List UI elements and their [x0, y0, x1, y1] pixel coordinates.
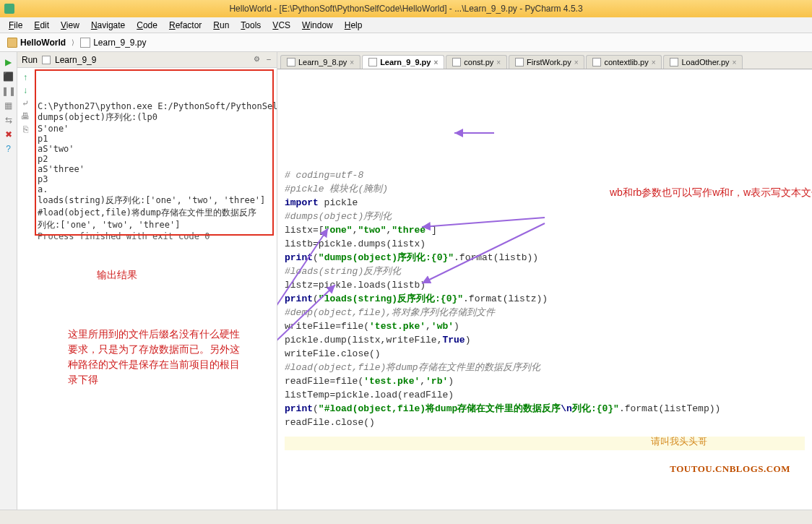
tab-const-py[interactable]: const.py ×: [446, 55, 507, 69]
output-line: p3: [38, 174, 272, 184]
output-line: Process finished with exit code 0: [38, 231, 272, 241]
close-icon[interactable]: ×: [574, 59, 579, 66]
code-line: listTemp=pickle.load(readFile): [285, 388, 805, 402]
tab-label: Learn_9_9.py: [380, 58, 431, 66]
code-line: readFile=file('test.pke','rb'): [285, 374, 805, 388]
breadcrumb-project-label: HelloWorld: [20, 38, 66, 48]
close-icon[interactable]: ×: [496, 59, 501, 66]
menu-help[interactable]: Help: [339, 19, 368, 32]
breadcrumb-file-label: Learn_9_9.py: [93, 38, 146, 48]
print-icon[interactable]: 🖶: [21, 111, 30, 121]
up-icon[interactable]: ↑: [23, 72, 27, 82]
tab-label: LoadOther.py: [681, 58, 729, 66]
minimize-icon[interactable]: –: [264, 55, 274, 65]
run-icon[interactable]: ▶: [3, 56, 14, 68]
tab-label: Learn_9_8.py: [298, 58, 347, 66]
code-line: #dumps(object)序列化: [285, 210, 805, 223]
main-area: ▶ ⬛ ❚❚ ▦ ⇆ ✖ ? Run Learn_9_9 ⚙ – ↑ ↓ ⤶ 🖶…: [0, 52, 812, 510]
output-line: p1: [38, 134, 272, 144]
close-icon[interactable]: ×: [433, 59, 438, 66]
output-line: 列化:['one', 'two', 'three']: [38, 219, 272, 231]
run-output[interactable]: C:\Python27\python.exe E:/PythonSoft/Pyt…: [33, 68, 277, 510]
python-file-icon: [287, 58, 295, 66]
breadcrumb-file[interactable]: Learn_9_9.py: [77, 36, 149, 49]
down-icon[interactable]: ↓: [23, 85, 27, 95]
menu-code[interactable]: Code: [131, 19, 163, 32]
app-icon: [4, 4, 14, 14]
menu-refactor[interactable]: Refactor: [163, 19, 207, 32]
debug-icon[interactable]: ⬛: [3, 71, 14, 82]
output-line: loads(string)反序列化:['one', 'two', 'three'…: [38, 194, 272, 207]
run-config-name: Learn_9_9: [55, 55, 96, 65]
run-header: Run Learn_9_9 ⚙ –: [17, 52, 277, 68]
run-header-actions: ⚙ –: [251, 55, 277, 65]
tab-FirstWork-py[interactable]: FirstWork.py ×: [509, 55, 584, 69]
code-line: writeFile=file('test.pke','wb'): [285, 319, 805, 333]
annotation-file-note: 这里所用到的文件后缀名没有什么硬性要求，只是为了存放数据而已。另外这种路径的文件…: [68, 327, 249, 387]
code-line: print("loads(string)反序列化:{0}".format(lis…: [285, 292, 805, 306]
tab-Learn_9_8-py[interactable]: Learn_9_8.py ×: [280, 55, 360, 69]
menu-bar: FileEditViewNavigateCodeRefactorRunTools…: [0, 17, 812, 33]
output-line: #load(object,file)将dump存储在文件里的数据反序: [38, 207, 272, 219]
close-icon[interactable]: ×: [733, 59, 737, 66]
watermark-url: TOUTOU.CNBLOGS.COM: [670, 463, 790, 474]
tab-LoadOther-py[interactable]: LoadOther.py ×: [663, 55, 743, 69]
code-line: # coding=utf-8: [285, 168, 805, 182]
code-editor[interactable]: # coding=utf-8#pickle 模块化(腌制)import pick…: [277, 69, 812, 510]
output-line: p2: [38, 154, 272, 164]
chevron-right-icon: ⟩: [72, 38, 74, 46]
run-label: Run: [22, 55, 38, 65]
layout-icon[interactable]: ⇆: [3, 114, 14, 126]
tab-Learn_9_9-py[interactable]: Learn_9_9.py ×: [362, 55, 444, 69]
folder-icon: [7, 38, 17, 48]
python-file-icon: [80, 38, 90, 48]
python-file-icon: [42, 56, 51, 64]
close-icon[interactable]: ×: [652, 59, 656, 66]
tab-contextlib-py[interactable]: contextlib.py ×: [586, 55, 662, 69]
menu-vcs[interactable]: VCS: [267, 19, 296, 32]
menu-edit[interactable]: Edit: [28, 19, 55, 32]
status-bar: [0, 510, 812, 524]
output-line: aS'two': [38, 144, 272, 154]
breadcrumb: HelloWorld ⟩ Learn_9_9.py: [0, 33, 812, 52]
window-title: HelloWorld - [E:\PythonSoft\PythonSelfCo…: [229, 4, 582, 14]
output-line: dumps(object)序列化:(lp0: [38, 111, 272, 124]
settings-icon[interactable]: ⚙: [251, 55, 262, 65]
export-icon[interactable]: ⎘: [23, 124, 28, 134]
close-icon[interactable]: ✖: [3, 129, 14, 140]
menu-navigate[interactable]: Navigate: [85, 19, 131, 32]
dump-icon[interactable]: ▦: [3, 100, 14, 111]
menu-view[interactable]: View: [55, 19, 85, 32]
run-output-toolbar: ↑ ↓ ⤶ 🖶 ⎘: [17, 68, 33, 510]
watermark-line: 请叫我头头哥: [651, 434, 790, 448]
wrap-icon[interactable]: ⤶: [22, 98, 29, 108]
output-line: C:\Python27\python.exe E:/PythonSoft/Pyt…: [38, 101, 272, 111]
menu-run[interactable]: Run: [207, 19, 235, 32]
python-file-icon: [368, 58, 377, 66]
python-file-icon: [452, 58, 461, 66]
menu-window[interactable]: Window: [296, 19, 339, 32]
annotation-output-label: 输出结果: [97, 269, 137, 282]
menu-tools[interactable]: Tools: [235, 19, 267, 32]
breadcrumb-project[interactable]: HelloWorld: [4, 36, 69, 49]
code-line: listz=pickle.loads(listb): [285, 278, 805, 292]
output-line: a.: [38, 184, 272, 194]
help-icon[interactable]: ?: [3, 143, 14, 155]
close-icon[interactable]: ×: [350, 59, 354, 66]
code-line: print("dumps(object)序列化:{0}".format(list…: [285, 251, 805, 265]
annotation-wb-note: wb和rb参数也可以写作w和r，w表示写文本文件wb表示写二进制文件，相反r表示…: [610, 185, 798, 200]
output-line: S'one': [38, 124, 272, 134]
python-file-icon: [670, 58, 678, 66]
code-line: writeFile.close(): [285, 347, 805, 361]
editor-tab-bar: Learn_9_8.py ×Learn_9_9.py ×const.py ×Fi…: [277, 52, 812, 69]
menu-file[interactable]: File: [3, 19, 28, 32]
pause-icon[interactable]: ❚❚: [3, 85, 14, 97]
output-line: aS'three': [38, 164, 272, 174]
run-tool-window: Run Learn_9_9 ⚙ – ↑ ↓ ⤶ 🖶 ⎘ C:\Python27\…: [17, 52, 277, 510]
tab-label: contextlib.py: [604, 58, 648, 66]
code-line: listx=["one","two","three"]: [285, 223, 805, 237]
run-gutter-toolbar: ▶ ⬛ ❚❚ ▦ ⇆ ✖ ?: [0, 52, 17, 510]
code-line: #load(object,file)将dump存储在文件里的数据反序列化: [285, 361, 805, 374]
tab-label: const.py: [464, 58, 493, 66]
title-bar: HelloWorld - [E:\PythonSoft\PythonSelfCo…: [0, 0, 812, 17]
